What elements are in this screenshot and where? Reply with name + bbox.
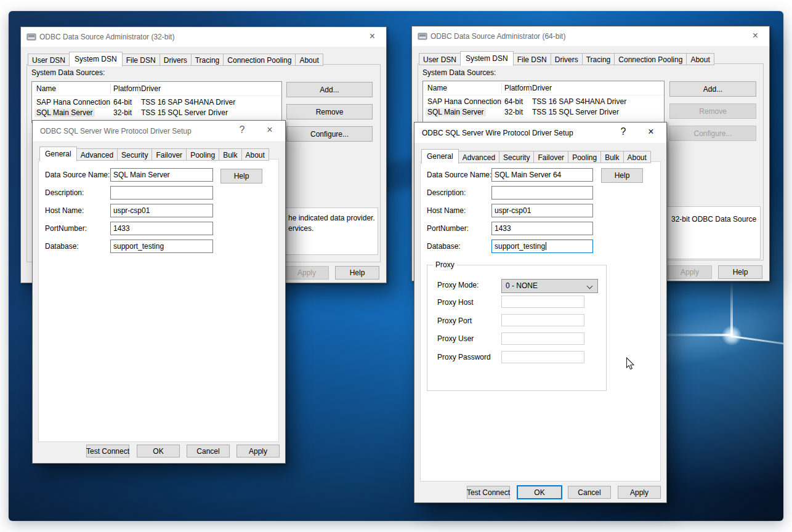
list-header-driver[interactable]: Driver bbox=[141, 84, 161, 93]
tab-failover[interactable]: Failover bbox=[152, 148, 187, 161]
tab-drivers[interactable]: Drivers bbox=[160, 54, 192, 66]
tab-file-dsn[interactable]: File DSN bbox=[513, 53, 551, 65]
help-button[interactable]: Help bbox=[335, 266, 379, 280]
cell-platform: 64-bit bbox=[504, 97, 523, 106]
tab-tracing[interactable]: Tracing bbox=[191, 54, 224, 66]
tab-about[interactable]: About bbox=[623, 151, 651, 163]
driver-tabstrip: General Advanced Security Failover Pooli… bbox=[421, 149, 651, 163]
close-button[interactable]: × bbox=[257, 121, 282, 140]
titlebar[interactable]: ODBC Data Source Administrator (32-bit) … bbox=[21, 27, 386, 47]
close-button[interactable]: × bbox=[639, 123, 663, 142]
list-header-driver[interactable]: Driver bbox=[532, 84, 552, 92]
admin-tabstrip: User DSN System DSN File DSN Drivers Tra… bbox=[28, 52, 323, 66]
help-button[interactable]: Help bbox=[601, 168, 643, 183]
tab-bulk[interactable]: Bulk bbox=[600, 151, 623, 163]
help-button[interactable]: Help bbox=[220, 169, 262, 183]
tab-security[interactable]: Security bbox=[117, 148, 152, 161]
proxy-password-label: Proxy Password bbox=[437, 353, 491, 361]
tab-failover[interactable]: Failover bbox=[533, 151, 568, 163]
tab-security[interactable]: Security bbox=[499, 151, 534, 163]
proxy-legend: Proxy bbox=[433, 260, 457, 269]
database-field[interactable]: support_testing bbox=[110, 240, 213, 253]
configure-button[interactable]: Configure... bbox=[286, 126, 373, 142]
data-source-name-field[interactable]: SQL Main Server 64 bbox=[491, 168, 593, 182]
apply-button[interactable]: Apply bbox=[236, 445, 280, 457]
section-label: System Data Sources: bbox=[31, 68, 105, 77]
odbc-app-icon bbox=[418, 31, 427, 41]
test-connect-button[interactable]: Test Connect bbox=[86, 445, 129, 457]
tab-user-dsn[interactable]: User DSN bbox=[28, 54, 70, 66]
add-button[interactable]: Add... bbox=[669, 81, 756, 97]
cancel-button[interactable]: Cancel bbox=[568, 486, 611, 499]
apply-button[interactable]: Apply bbox=[618, 486, 661, 499]
cancel-button[interactable]: Cancel bbox=[187, 445, 230, 457]
window-title: ODBC Data Source Administrator (64-bit) bbox=[430, 32, 565, 41]
list-header-name[interactable]: Name bbox=[36, 84, 56, 93]
host-name-field[interactable]: uspr-csp01 bbox=[110, 204, 213, 217]
tab-advanced[interactable]: Advanced bbox=[76, 148, 118, 161]
tab-about[interactable]: About bbox=[686, 53, 714, 65]
tab-file-dsn[interactable]: File DSN bbox=[122, 54, 160, 66]
info-text-fragment: 32-bit ODBC Data Source bbox=[671, 215, 756, 224]
tab-connection-pooling[interactable]: Connection Pooling bbox=[223, 54, 296, 66]
driver-tabstrip: General Advanced Security Failover Pooli… bbox=[39, 147, 269, 161]
ok-button[interactable]: OK bbox=[137, 445, 180, 457]
titlebar[interactable]: ODBC Data Source Administrator (64-bit) … bbox=[412, 26, 769, 46]
proxy-user-field[interactable] bbox=[501, 332, 584, 345]
host-name-field[interactable]: uspr-csp01 bbox=[491, 204, 593, 217]
tab-bulk[interactable]: Bulk bbox=[219, 148, 241, 161]
context-help-button[interactable]: ? bbox=[612, 123, 635, 142]
database-label: Database: bbox=[427, 242, 461, 251]
remove-button[interactable]: Remove bbox=[286, 104, 373, 119]
system-dsn-list[interactable]: Name Platform Driver SAP Hana Connection… bbox=[31, 81, 282, 123]
ok-button[interactable]: OK bbox=[517, 485, 562, 499]
titlebar[interactable]: ODBC SQL Server Wire Protocol Driver Set… bbox=[414, 123, 666, 143]
tab-connection-pooling[interactable]: Connection Pooling bbox=[614, 53, 687, 65]
database-field[interactable]: support_testing bbox=[491, 240, 593, 253]
help-button[interactable]: Help bbox=[718, 265, 762, 279]
configure-button: Configure... bbox=[669, 126, 756, 141]
database-label: Database: bbox=[45, 242, 79, 251]
description-field[interactable] bbox=[491, 186, 593, 200]
proxy-mode-select[interactable]: 0 - NONE bbox=[501, 279, 598, 293]
add-button[interactable]: Add... bbox=[286, 82, 373, 97]
tab-drivers[interactable]: Drivers bbox=[551, 53, 583, 65]
proxy-port-field[interactable] bbox=[501, 314, 584, 326]
test-connect-button[interactable]: Test Connect bbox=[467, 486, 510, 499]
proxy-host-field[interactable] bbox=[501, 296, 584, 308]
tab-pooling[interactable]: Pooling bbox=[186, 148, 219, 161]
system-dsn-list[interactable]: Name Platform Driver SAP Hana Connection… bbox=[422, 81, 665, 123]
data-source-name-field[interactable]: SQL Main Server bbox=[110, 168, 213, 182]
port-number-field[interactable]: 1433 bbox=[110, 222, 213, 235]
apply-button: Apply bbox=[668, 265, 712, 279]
titlebar[interactable]: ODBC SQL Server Wire Protocol Driver Set… bbox=[33, 121, 285, 141]
cell-name: SAP Hana Connection bbox=[427, 97, 501, 106]
dsn-label: Data Source Name: bbox=[427, 171, 491, 179]
tab-system-dsn[interactable]: System DSN bbox=[69, 52, 123, 66]
close-button[interactable]: × bbox=[741, 26, 769, 46]
cell-driver: TSS 16 SAP S4HANA Driver bbox=[141, 98, 235, 107]
context-help-button[interactable]: ? bbox=[230, 121, 254, 140]
tab-pooling[interactable]: Pooling bbox=[568, 151, 601, 163]
apply-button: Apply bbox=[285, 266, 329, 280]
list-header-platform[interactable]: Platform bbox=[504, 84, 532, 92]
section-label: System Data Sources: bbox=[422, 68, 496, 77]
close-button[interactable]: × bbox=[358, 27, 386, 46]
list-header-platform[interactable]: Platform bbox=[113, 84, 141, 93]
tab-about[interactable]: About bbox=[295, 54, 323, 66]
window-title: ODBC Data Source Administrator (32-bit) bbox=[39, 33, 174, 41]
driver-setup-dialog-64: ODBC SQL Server Wire Protocol Driver Set… bbox=[414, 122, 667, 503]
tab-system-dsn[interactable]: System DSN bbox=[460, 51, 514, 66]
tab-about[interactable]: About bbox=[241, 148, 269, 161]
tab-user-dsn[interactable]: User DSN bbox=[419, 53, 461, 65]
port-number-field[interactable]: 1433 bbox=[491, 222, 593, 235]
tab-tracing[interactable]: Tracing bbox=[582, 53, 615, 65]
tab-advanced[interactable]: Advanced bbox=[458, 151, 499, 163]
mouse-cursor bbox=[626, 357, 635, 371]
proxy-password-field[interactable] bbox=[501, 351, 584, 363]
proxy-host-label: Proxy Host bbox=[437, 298, 474, 307]
tab-general[interactable]: General bbox=[39, 147, 77, 161]
tab-general[interactable]: General bbox=[421, 149, 459, 164]
list-header-name[interactable]: Name bbox=[427, 84, 447, 92]
description-field[interactable] bbox=[110, 186, 213, 200]
